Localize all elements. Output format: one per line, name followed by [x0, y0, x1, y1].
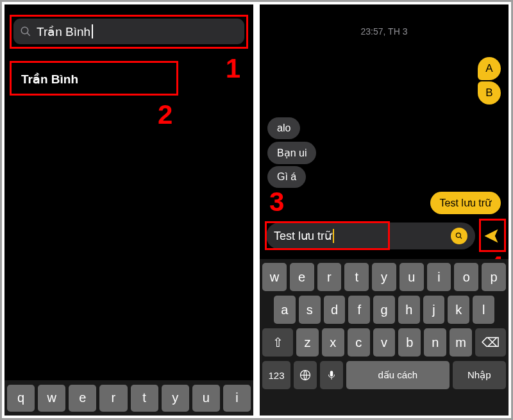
annotation-number-2: 2 [158, 99, 172, 130]
annotation-box-1 [10, 15, 248, 49]
key-i[interactable]: i [427, 263, 451, 291]
globe-icon [299, 369, 312, 382]
key-q[interactable]: q [7, 385, 35, 412]
key-mic[interactable] [320, 361, 343, 389]
key-backspace[interactable]: ⌫ [475, 328, 506, 357]
key-globe[interactable] [294, 361, 317, 389]
message-in-banui[interactable]: Bạn ui [267, 142, 316, 164]
annotation-number-3: 3 [269, 187, 284, 217]
key-r[interactable]: r [317, 263, 342, 291]
message-out-test[interactable]: Test lưu trữ [430, 192, 501, 214]
key-return[interactable]: Nhập [453, 361, 506, 389]
key-t[interactable]: t [344, 263, 369, 291]
message-out-a[interactable]: A [478, 57, 501, 80]
search-screen: Trần Bình Trần Bình 1 2 q w e r t y u i [4, 4, 253, 416]
key-n[interactable]: n [424, 328, 446, 357]
key-v[interactable]: v [373, 328, 396, 357]
key-k[interactable]: k [448, 296, 469, 324]
key-o[interactable]: o [454, 263, 478, 291]
chat-timestamp: 23:57, TH 3 [260, 26, 509, 37]
key-h[interactable]: h [398, 296, 420, 324]
message-in-alo[interactable]: alo [267, 117, 300, 139]
key-r[interactable]: r [99, 385, 127, 412]
key-a[interactable]: a [274, 296, 296, 324]
key-u[interactable]: u [192, 385, 220, 412]
key-p[interactable]: p [482, 263, 506, 291]
key-x[interactable]: x [322, 328, 344, 357]
key-l[interactable]: l [473, 296, 494, 324]
key-shift[interactable]: ⇧ [262, 328, 293, 357]
key-m[interactable]: m [450, 328, 472, 357]
key-s[interactable]: s [299, 296, 321, 324]
key-j[interactable]: j [423, 296, 445, 324]
tutorial-frame: Trần Bình Trần Bình 1 2 q w e r t y u i … [0, 0, 513, 420]
key-g[interactable]: g [373, 296, 395, 324]
message-in-gia[interactable]: Gì á [267, 166, 306, 188]
key-e[interactable]: e [290, 263, 314, 291]
key-space[interactable]: dấu cách [346, 361, 450, 389]
key-u[interactable]: u [399, 263, 424, 291]
key-numbers[interactable]: 123 [262, 361, 290, 389]
svg-line-3 [460, 237, 462, 239]
keyboard-row-partial: q w e r t y u i [4, 380, 253, 416]
mic-icon [326, 369, 337, 381]
key-t[interactable]: t [131, 385, 158, 412]
message-out-b[interactable]: B [478, 81, 501, 105]
annotation-box-2 [10, 61, 178, 96]
svg-rect-5 [330, 371, 333, 376]
key-c[interactable]: c [348, 328, 370, 357]
key-d[interactable]: d [324, 296, 346, 324]
key-i[interactable]: i [223, 385, 251, 412]
key-w[interactable]: w [38, 385, 65, 412]
key-e[interactable]: e [69, 385, 96, 412]
key-f[interactable]: f [348, 296, 370, 324]
keyboard: w e r t y u i o p a s d f g h j k l [260, 259, 509, 416]
gif-search-icon[interactable] [451, 228, 467, 244]
chat-screen: 23:57, TH 3 A B alo Bạn ui Gì á Test lưu… [260, 4, 509, 416]
annotation-number-1: 1 [226, 53, 240, 84]
annotation-box-4 [479, 219, 506, 252]
key-y[interactable]: y [372, 263, 396, 291]
key-z[interactable]: z [296, 328, 319, 357]
key-y[interactable]: y [162, 385, 189, 412]
key-b[interactable]: b [398, 328, 421, 357]
annotation-box-3 [265, 221, 390, 250]
key-w[interactable]: w [262, 263, 287, 291]
